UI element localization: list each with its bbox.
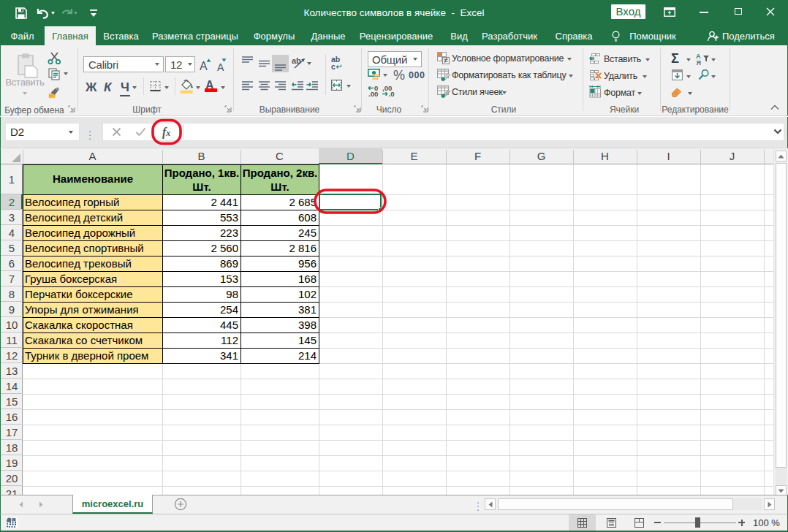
svg-text:,00: ,00 [368,90,378,96]
svg-text:,0: ,0 [389,90,395,96]
svg-text:Я: Я [697,59,701,66]
svg-text:c: c [331,62,336,70]
